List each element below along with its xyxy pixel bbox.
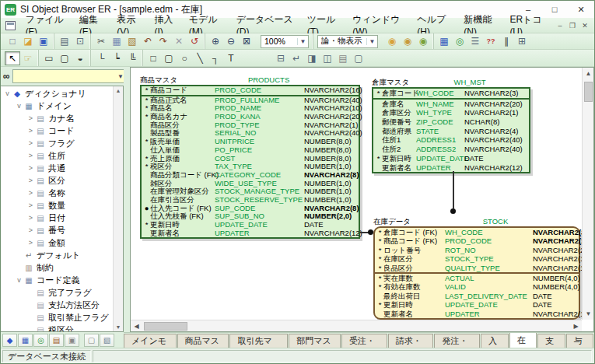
vertical-scrollbar[interactable]: ▲ ▼: [582, 68, 593, 320]
tab-支払[interactable]: 支払: [537, 334, 565, 348]
line-tool[interactable]: ╲: [192, 51, 208, 65]
select-tool[interactable]: ↖: [5, 51, 20, 65]
tree-item-コード[interactable]: >▤コード: [1, 124, 113, 137]
text-tool[interactable]: T: [223, 51, 239, 65]
tree-item-住所[interactable]: >▤住所: [1, 149, 113, 162]
tree-expander-icon[interactable]: >: [26, 152, 35, 159]
display-mode-combobox[interactable]: 論・物表示 ▼: [317, 35, 378, 48]
chevron-down-icon[interactable]: ▼: [366, 38, 377, 45]
dependent-entity-tool[interactable]: ▢: [57, 51, 72, 65]
jump-model-icon[interactable]: ◉: [415, 34, 431, 48]
tree-expander-icon[interactable]: >: [26, 189, 35, 197]
tab-メインモデル[interactable]: メインモデル: [124, 334, 177, 348]
zoom-out-icon[interactable]: ⊖: [223, 34, 239, 48]
filter-function-icon[interactable]: ▣: [65, 334, 79, 347]
search-combobox[interactable]: ▼: [12, 69, 127, 83]
tree-item-金額[interactable]: >▤金額: [1, 236, 113, 249]
rectangle-tool[interactable]: □: [145, 51, 161, 65]
tree-item-共通[interactable]: >▤共通: [1, 162, 113, 174]
scroll-up-icon[interactable]: ▲: [116, 88, 121, 93]
new-file-icon[interactable]: □: [5, 34, 20, 48]
tab-請求・入金[interactable]: 請求・入金: [388, 334, 434, 348]
tree-expander-icon[interactable]: >: [26, 164, 35, 172]
redo-icon[interactable]: ↷: [156, 34, 171, 48]
zoom-in-icon[interactable]: ⊕: [208, 34, 223, 48]
entity-list-icon[interactable]: ▦: [436, 34, 452, 48]
filter-entity-icon[interactable]: ▦: [18, 334, 33, 347]
tree-item-税区分[interactable]: ▤税区分: [1, 324, 113, 331]
tree-expander-icon[interactable]: >: [26, 127, 35, 135]
display-comment-icon[interactable]: ▤: [335, 51, 351, 65]
tree-item-カナ名[interactable]: >▤カナ名: [1, 112, 113, 124]
undo-icon[interactable]: ↶: [140, 34, 156, 48]
tree-expander-icon[interactable]: v: [15, 276, 23, 284]
tree-expander-icon[interactable]: v: [15, 102, 23, 110]
cut-icon[interactable]: ✂: [93, 34, 109, 48]
tab-入庫[interactable]: 入庫: [481, 334, 508, 348]
rounded-rect-tool[interactable]: ▢: [161, 51, 177, 65]
elbow-line-tool[interactable]: ┐: [208, 51, 223, 65]
tree-item-番号[interactable]: >▤番号: [1, 224, 113, 236]
open-file-icon[interactable]: ◪: [20, 34, 36, 48]
display-attribute-icon[interactable]: ◨: [304, 51, 320, 65]
database-list-icon[interactable]: ☰: [467, 34, 483, 48]
tree-expander-icon[interactable]: >: [26, 114, 35, 122]
identifying-relation-tool[interactable]: └: [93, 51, 109, 65]
scroll-down-icon[interactable]: ▼: [116, 324, 121, 330]
tree-item-取引禁止フラグ[interactable]: ▤取引禁止フラグ: [1, 311, 113, 324]
view-entity-tool[interactable]: ◒: [72, 51, 88, 65]
filter-procedure-icon[interactable]: ▤: [49, 334, 64, 347]
filter-dictionary-icon[interactable]: ◆: [2, 334, 17, 347]
scroll-down-icon[interactable]: ▼: [583, 308, 594, 320]
tree-item-デフォルト[interactable]: ↵デフォルト: [1, 249, 113, 261]
horizontal-scrollbar[interactable]: ◀ ▶: [131, 320, 582, 331]
print-preview-icon[interactable]: ⊡: [72, 34, 88, 48]
tree-expander-icon[interactable]: >: [26, 139, 35, 147]
entity-tool[interactable]: ▭: [41, 51, 57, 65]
pan-hand-tool[interactable]: ☞: [20, 51, 36, 65]
display-enter-icon[interactable]: ↵: [289, 51, 304, 65]
tree-item-日付[interactable]: >▤日付: [1, 212, 113, 224]
scroll-left-icon[interactable]: ◀: [131, 320, 142, 332]
zoom-combobox[interactable]: 100% ▼: [261, 35, 309, 48]
tree-expander-icon[interactable]: >: [26, 201, 35, 209]
tree-expander-icon[interactable]: >: [26, 239, 35, 247]
child-window-icon[interactable]: [5, 21, 16, 30]
tab-部門マスタ系[interactable]: 部門マスタ系: [289, 334, 341, 348]
entity-wh_mst[interactable]: 倉庫マスタWH_MST*倉庫コードWH_CODENVARCHAR2(3)倉庫名W…: [372, 78, 530, 173]
scroll-right-icon[interactable]: ▶: [570, 320, 582, 332]
copy-icon[interactable]: ▦: [109, 34, 124, 48]
cancel-edit-icon[interactable]: ↺: [187, 34, 202, 48]
view-list-icon[interactable]: ◎: [452, 34, 467, 48]
tree-item-ディクショナリ[interactable]: v◆ディクショナリ: [1, 87, 113, 100]
jump-forward-icon[interactable]: ◉: [400, 34, 415, 48]
tree-expander-icon[interactable]: v: [3, 89, 12, 97]
ellipse-tool[interactable]: ○: [177, 51, 192, 65]
vertical-scroll-thumb[interactable]: [584, 82, 593, 102]
entity-products[interactable]: 商品マスタPRODUCTS*商品コードPROD_CODENVARCHAR2(16…: [140, 75, 360, 239]
tab-在庫[interactable]: 在庫: [509, 332, 537, 348]
paste-icon[interactable]: ▧: [124, 34, 140, 48]
delete-icon[interactable]: ✕: [171, 34, 187, 48]
tree-expander-icon[interactable]: >: [26, 177, 35, 184]
tree-item-ドメイン[interactable]: v▦ドメイン: [1, 100, 113, 112]
tree-scrollbar[interactable]: ▲ ▼: [113, 86, 123, 331]
tab-取引先マスタ系[interactable]: 取引先マスタ系: [229, 334, 288, 348]
er-diagram-canvas[interactable]: 商品マスタPRODUCTS*商品コードPROD_CODENVARCHAR2(16…: [131, 68, 582, 320]
tree-expander-icon[interactable]: >: [26, 214, 35, 222]
tree-item-完了フラグ[interactable]: ▤完了フラグ: [1, 286, 113, 299]
window-list-icon[interactable]: ⊞: [514, 34, 530, 48]
display-entity-icon[interactable]: ⊟: [273, 51, 289, 65]
help-search-icon[interactable]: ??: [483, 34, 499, 48]
search-input[interactable]: [13, 71, 116, 82]
tab-商品マスタ系[interactable]: 商品マスタ系: [177, 334, 229, 348]
tab-受注・売上[interactable]: 受注・売上: [341, 334, 387, 348]
tree-item-フラグ[interactable]: >▤フラグ: [1, 137, 113, 149]
display-key-icon[interactable]: ◫: [320, 51, 335, 65]
mdi-close-button[interactable]: ✕: [579, 22, 591, 30]
relation-check-icon[interactable]: ∥: [499, 34, 514, 48]
display-blank-icon[interactable]: ▢: [351, 51, 366, 65]
tree-item-数量[interactable]: >▤数量: [1, 199, 113, 212]
filter-model-icon[interactable]: ▧: [100, 334, 114, 347]
mdi-minimize-button[interactable]: –: [554, 22, 566, 30]
